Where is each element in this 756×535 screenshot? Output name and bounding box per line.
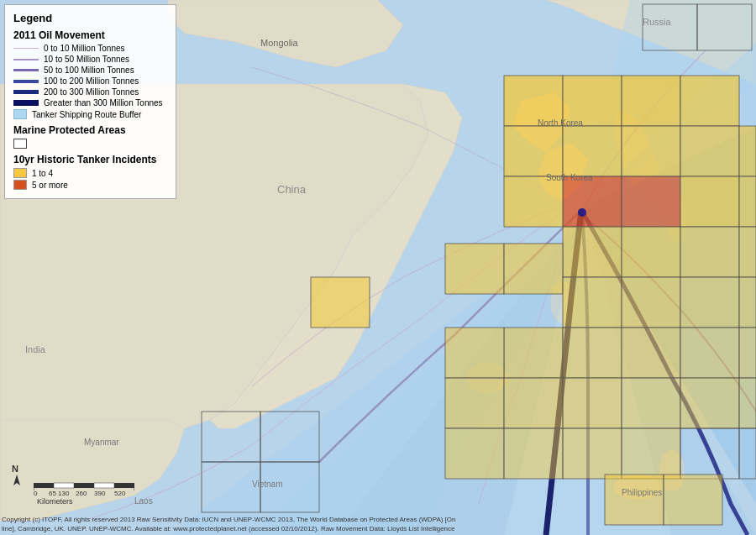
svg-rect-81 [94, 483, 114, 488]
svg-rect-45 [445, 328, 504, 378]
svg-text:N: N [12, 464, 18, 474]
svg-rect-37 [622, 277, 680, 328]
copyright: Copyright (c) ITOPF, All rights reserved… [2, 516, 464, 533]
svg-rect-79 [54, 483, 74, 488]
legend-title: Legend [13, 12, 167, 24]
svg-rect-32 [680, 227, 739, 277]
svg-text:Vietnam: Vietnam [252, 480, 283, 489]
svg-rect-20 [504, 126, 563, 176]
scale-label: Kilometers [37, 497, 134, 506]
incidents-title: 10yr Historic Tanker Incidents [13, 154, 167, 165]
box-marine [13, 139, 27, 149]
legend: Legend 2011 Oil Movement 0 to 10 Million… [4, 4, 176, 199]
svg-rect-58 [605, 475, 664, 525]
svg-rect-21 [563, 126, 622, 176]
svg-text:65 130: 65 130 [49, 490, 70, 496]
svg-rect-27 [504, 176, 563, 227]
line-50-100 [13, 69, 39, 71]
label-0-10: 0 to 10 Million Tonnes [44, 44, 125, 53]
svg-rect-80 [74, 483, 94, 488]
svg-text:North Korea: North Korea [538, 118, 583, 128]
label-buffer: Tanker Shipping Route Buffer [32, 110, 141, 119]
line-gt300 [13, 100, 39, 106]
legend-item-marine [13, 139, 167, 149]
svg-rect-50 [680, 378, 739, 428]
svg-rect-40 [504, 328, 563, 378]
svg-rect-41 [563, 328, 622, 378]
label-10-50: 10 to 50 Million Tonnes [44, 55, 129, 64]
svg-rect-29 [739, 176, 756, 227]
svg-text:Myanmar: Myanmar [84, 438, 119, 447]
scale-bar: 0 65 130 260 390 520 Kilometers [34, 479, 134, 506]
legend-item-100-200: 100 to 200 Million Tonnes [13, 76, 167, 86]
legend-item-buffer: Tanker Shipping Route Buffer [13, 109, 167, 119]
svg-rect-44 [739, 328, 756, 378]
svg-rect-51 [739, 378, 756, 428]
svg-text:Russia: Russia [643, 17, 672, 27]
svg-rect-22 [622, 126, 680, 176]
label-5-more: 5 or more [32, 181, 68, 190]
svg-rect-33 [739, 227, 756, 277]
legend-item-50-100: 50 to 100 Million Tonnes [13, 66, 167, 75]
svg-rect-78 [34, 483, 54, 488]
svg-rect-42 [622, 328, 680, 378]
svg-rect-28 [680, 176, 739, 227]
svg-marker-77 [13, 475, 20, 485]
legend-item-0-10: 0 to 10 Million Tonnes [13, 44, 167, 53]
svg-text:India: India [25, 344, 46, 354]
svg-text:260: 260 [76, 490, 87, 496]
svg-rect-30 [563, 227, 622, 277]
svg-rect-55 [622, 428, 680, 479]
line-0-10 [13, 48, 39, 49]
copyright-text: Copyright (c) ITOPF, All rights reserved… [2, 516, 456, 532]
svg-rect-19 [680, 76, 739, 126]
svg-rect-43 [680, 328, 739, 378]
svg-rect-31 [622, 227, 680, 277]
svg-rect-24 [739, 126, 756, 176]
legend-item-gt300: Greater than 300 Million Tonnes [13, 98, 167, 108]
svg-rect-36 [563, 277, 622, 328]
svg-rect-26 [622, 176, 680, 227]
svg-rect-53 [504, 428, 563, 479]
label-50-100: 50 to 100 Million Tonnes [44, 66, 134, 75]
svg-rect-35 [504, 244, 563, 294]
svg-rect-52 [445, 428, 504, 479]
marine-title: Marine Protected Areas [13, 124, 167, 136]
legend-item-10-50: 10 to 50 Million Tonnes [13, 55, 167, 64]
label-100-200: 100 to 200 Million Tonnes [44, 76, 139, 86]
label-200-300: 200 to 300 Million Tonnes [44, 87, 139, 97]
svg-rect-23 [680, 126, 739, 176]
svg-rect-25 [563, 176, 622, 227]
svg-text:Mongolia: Mongolia [260, 38, 299, 48]
line-200-300 [13, 90, 39, 94]
box-1-4 [13, 168, 27, 178]
svg-point-75 [578, 208, 586, 217]
svg-text:South Korea: South Korea [546, 173, 593, 182]
svg-rect-18 [622, 76, 680, 126]
svg-rect-59 [664, 475, 722, 525]
svg-rect-39 [739, 277, 756, 328]
svg-rect-54 [563, 428, 622, 479]
svg-text:520: 520 [114, 490, 126, 496]
svg-text:Philippines: Philippines [622, 488, 662, 497]
svg-rect-82 [114, 483, 134, 488]
svg-rect-38 [680, 277, 739, 328]
svg-text:China: China [277, 183, 307, 196]
legend-item-5-more: 5 or more [13, 180, 167, 190]
legend-item-1-4: 1 to 4 [13, 168, 167, 178]
label-1-4: 1 to 4 [32, 169, 53, 178]
oil-movement-title: 2011 Oil Movement [13, 29, 167, 41]
svg-rect-48 [563, 378, 622, 428]
svg-rect-34 [445, 244, 504, 294]
svg-text:390: 390 [94, 490, 106, 496]
line-100-200 [13, 80, 39, 83]
svg-text:Laos: Laos [134, 496, 153, 506]
box-5-more [13, 180, 27, 190]
north-arrow: N [8, 462, 25, 489]
svg-rect-47 [504, 378, 563, 428]
svg-text:0: 0 [34, 490, 38, 496]
svg-rect-46 [445, 378, 504, 428]
label-gt300: Greater than 300 Million Tonnes [44, 98, 163, 108]
svg-rect-64 [311, 277, 370, 328]
legend-item-200-300: 200 to 300 Million Tonnes [13, 87, 167, 97]
